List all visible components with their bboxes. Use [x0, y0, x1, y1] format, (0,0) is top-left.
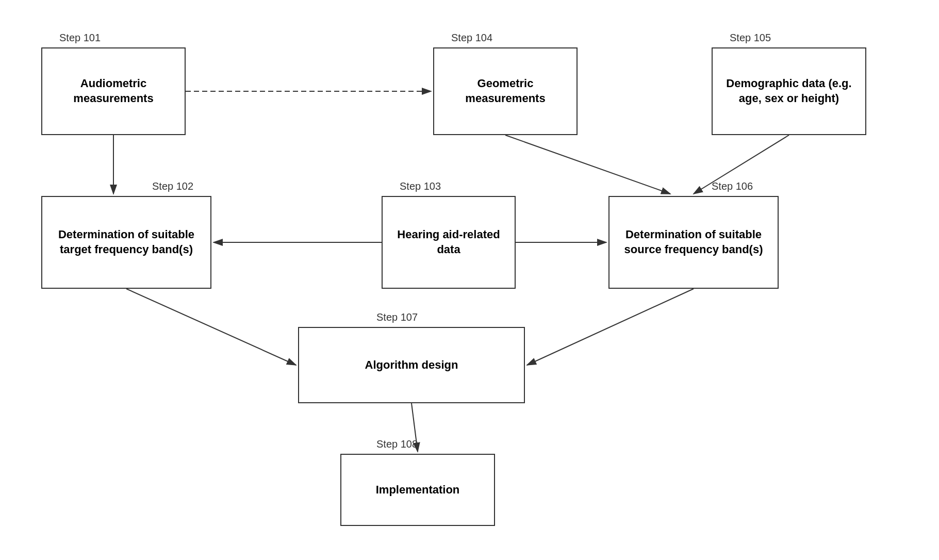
step-label-107: Step 107: [376, 311, 418, 323]
step-label-102: Step 102: [152, 180, 193, 192]
box-step106: Determination of suitable source frequen…: [608, 196, 779, 289]
box-step102: Determination of suitable target frequen…: [41, 196, 211, 289]
box-step101: Audiometric measurements: [41, 47, 186, 135]
step-label-104: Step 104: [451, 32, 492, 44]
step-label-101: Step 101: [59, 32, 101, 44]
step-label-105: Step 105: [730, 32, 771, 44]
box-step108: Implementation: [340, 454, 495, 526]
arrow-104-to-106: [505, 135, 670, 194]
arrow-106-to-107: [527, 289, 694, 365]
box-step104: Geometric measurements: [433, 47, 578, 135]
step-label-103: Step 103: [400, 180, 441, 192]
arrow-102-to-107: [126, 289, 296, 365]
box-step107: Algorithm design: [298, 327, 525, 403]
step-label-106: Step 106: [712, 180, 753, 192]
diagram-container: Step 101 Step 104 Step 105 Step 102 Step…: [0, 0, 939, 560]
step-label-108: Step 108: [376, 438, 418, 450]
box-step105: Demographic data (e.g. age, sex or heigh…: [712, 47, 866, 135]
box-step103: Hearing aid-related data: [382, 196, 516, 289]
